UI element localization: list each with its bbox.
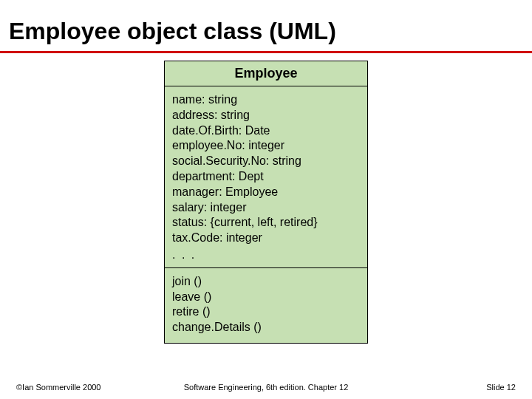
uml-attributes-compartment: name: string address: string date.Of.Bir…: [165, 86, 367, 268]
uml-class-name: Employee: [165, 61, 367, 86]
uml-operation: join (): [172, 274, 360, 290]
uml-attribute: social.Security.No: string: [172, 154, 360, 169]
uml-attribute: salary: integer: [172, 200, 360, 216]
uml-attribute: tax.Code: integer: [172, 231, 360, 246]
uml-operation: retire (): [172, 304, 360, 320]
slide-footer: ©Ian Sommerville 2000 Software Engineeri…: [0, 383, 532, 392]
uml-class-box: Employee name: string address: string da…: [164, 61, 368, 344]
uml-attribute: name: string: [172, 92, 360, 108]
footer-book-title: Software Engineering, 6th edition. Chapt…: [184, 383, 349, 392]
uml-attribute: status: {current, left, retired}: [172, 215, 360, 231]
uml-attribute: manager: Employee: [172, 185, 360, 200]
slide-title: Employee object class (UML): [0, 0, 532, 53]
uml-operations-compartment: join () leave () retire () change.Detail…: [165, 268, 367, 343]
uml-attr-ellipsis: . . .: [172, 246, 360, 263]
footer-slide-number: Slide 12: [486, 383, 516, 392]
uml-attribute: address: string: [172, 108, 360, 123]
uml-attribute: employee.No: integer: [172, 138, 360, 154]
uml-operation: change.Details (): [172, 320, 360, 335]
uml-attribute: department: Dept: [172, 169, 360, 185]
uml-container: Employee name: string address: string da…: [0, 61, 532, 344]
uml-attribute: date.Of.Birth: Date: [172, 123, 360, 139]
uml-operation: leave (): [172, 290, 360, 305]
footer-copyright: ©Ian Sommerville 2000: [16, 383, 101, 392]
